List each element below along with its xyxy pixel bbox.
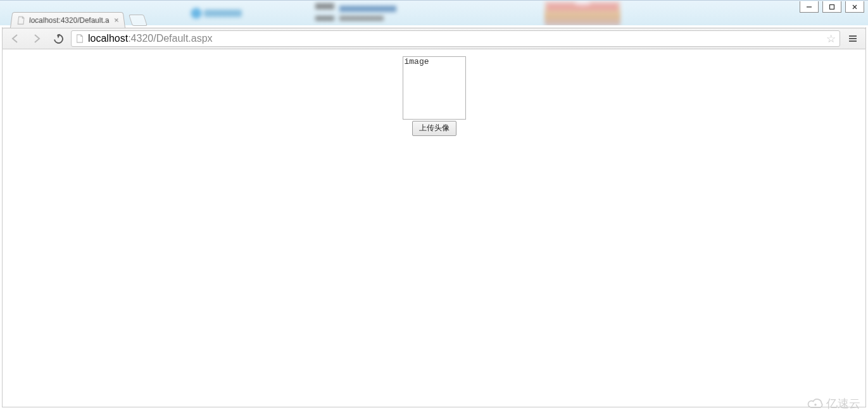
arrow-right-icon [32, 34, 42, 44]
address-bar[interactable]: localhost:4320/Default.aspx ☆ [71, 30, 840, 47]
upload-avatar-button[interactable]: 上传头像 [412, 121, 456, 136]
page-viewport: image 上传头像 [2, 49, 866, 407]
arrow-left-icon [10, 34, 20, 44]
browser-toolbar: localhost:4320/Default.aspx ☆ [2, 28, 866, 49]
image-placeholder: image [403, 56, 466, 120]
reload-button[interactable] [49, 30, 67, 47]
back-button[interactable] [6, 30, 24, 47]
browser-tab[interactable]: localhost:4320/Default.a × [10, 12, 125, 28]
file-icon [16, 16, 26, 24]
watermark: 亿速云 [807, 396, 860, 411]
forward-button[interactable] [28, 30, 46, 47]
svg-point-7 [814, 404, 816, 406]
minimize-icon [806, 4, 812, 10]
hamburger-icon [848, 34, 858, 43]
tab-title: localhost:4320/Default.a [28, 16, 109, 24]
maximize-button[interactable] [822, 1, 841, 13]
url-host: localhost [88, 33, 128, 44]
new-tab-button[interactable] [129, 15, 148, 26]
page-icon [75, 34, 84, 43]
watermark-text: 亿速云 [826, 396, 860, 411]
close-window-icon [852, 4, 858, 10]
svg-rect-1 [830, 4, 834, 9]
watermark-logo-icon [807, 397, 824, 410]
window-controls [796, 0, 868, 14]
background-blur-text [315, 3, 398, 22]
reload-icon [52, 32, 65, 46]
maximize-icon [829, 4, 835, 10]
minimize-button[interactable] [800, 1, 819, 13]
browser-menu-button[interactable] [844, 30, 862, 47]
tab-strip: localhost:4320/Default.a × [10, 11, 146, 28]
url-path: :4320/Default.aspx [128, 33, 212, 44]
background-blur-image [544, 1, 620, 25]
url-text: localhost:4320/Default.aspx [88, 33, 822, 44]
tab-close-button[interactable]: × [112, 16, 120, 25]
bookmark-star-icon[interactable]: ☆ [826, 32, 836, 46]
close-window-button[interactable] [845, 1, 864, 13]
background-blur-logo [190, 7, 241, 20]
